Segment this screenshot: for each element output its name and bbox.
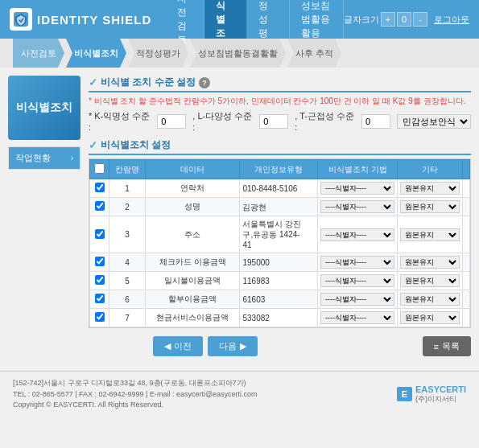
row-extra-cell	[463, 216, 470, 253]
step-3[interactable]: 성보침범활동결활활	[190, 39, 286, 68]
nav-item-1[interactable]: 비식별조치	[204, 0, 247, 39]
th-extra	[463, 160, 470, 179]
table-row: 4체크카드 이용금액195000----식별자----원본유지	[90, 253, 470, 272]
footer-logo: E EASYCERTI (주)이지서티	[397, 384, 466, 405]
th-data: 개인정보유형	[240, 160, 318, 179]
row-method-select[interactable]: 원본유지	[400, 293, 460, 306]
help-icon[interactable]: ?	[199, 77, 210, 88]
row-column-name: 일시불이용금액	[146, 272, 240, 290]
footer-address: [152-742]서울시 구로구 디지털로33길 48, 9층(구로동, 대륜프…	[13, 378, 258, 411]
row-method-cell: 원본유지	[398, 290, 463, 309]
logout-button[interactable]: 로그아웃	[434, 14, 469, 26]
row-checkbox[interactable]	[95, 257, 105, 266]
data-table: 칸람명 데이터 개인정보유형 비식별조치 기법 기타 1연락처010-8448-…	[89, 159, 470, 327]
l-label: , L-다양성 수준 :	[192, 110, 253, 132]
row-method-select[interactable]: 원본유지	[400, 228, 460, 241]
logo-area: IDENTITY SHIELD	[10, 8, 151, 31]
list-button[interactable]: ≡ 목록	[423, 336, 471, 356]
row-method-cell: 원본유지	[398, 272, 463, 290]
row-data-value: 김광현	[240, 198, 318, 216]
step-area: 사전검토 비식별조치 적정성평가 성보침범활동결활활 사후 추적	[0, 39, 479, 68]
t-input[interactable]	[361, 114, 390, 129]
prev-button[interactable]: ◀ 이전	[153, 336, 203, 356]
header-right: 글자크기 + 0 - 로그아웃	[344, 12, 469, 27]
row-extra-cell	[463, 253, 470, 272]
font-zero-button[interactable]: 0	[397, 12, 411, 27]
row-num: 4	[109, 253, 146, 272]
row-type-select[interactable]: ----식별자----	[320, 311, 394, 324]
row-data-value: 195000	[240, 253, 318, 272]
row-checkbox-cell	[90, 216, 109, 253]
row-type-cell: ----식별자----	[318, 290, 398, 309]
table-row: 5일시불이용금액116983----식별자----원본유지	[90, 272, 470, 290]
section2-title: 비식별조치 설정	[89, 138, 471, 155]
step-2[interactable]: 적정성평가	[128, 39, 188, 68]
row-method-select[interactable]: 원본유지	[400, 274, 460, 287]
step-0[interactable]: 사전검토	[13, 39, 64, 68]
th-column: 데이터	[146, 160, 240, 179]
row-extra-cell	[463, 179, 470, 198]
row-checkbox[interactable]	[95, 201, 105, 211]
row-column-name: 성명	[146, 198, 240, 216]
table-row: 2성명김광현----식별자----원본유지	[90, 198, 470, 216]
sidebar-item-label: 작업현황	[15, 152, 51, 164]
font-plus-button[interactable]: +	[381, 12, 395, 27]
row-type-cell: ----식별자----	[318, 179, 398, 198]
row-extra-cell	[463, 309, 470, 327]
select-all-checkbox[interactable]	[94, 163, 105, 174]
nav-item-3[interactable]: 성보침범활용활용	[290, 0, 344, 39]
row-column-name: 할부이용금액	[146, 290, 240, 309]
row-data-value: 서울특별시 강진구,유공동 1424-41	[240, 216, 318, 253]
sidebar: 비식별조치 작업현황 ›	[8, 76, 81, 356]
table-row: 6할부이용금액61603----식별자----원본유지	[90, 290, 470, 309]
content-area: 비식별 조치 수준 설정 ? * 비식별 조치 할 준수법적 칸람수가 5가이하…	[89, 76, 471, 356]
row-checkbox-cell	[90, 272, 109, 290]
k-label: * K-익명성 수준 :	[89, 110, 151, 132]
row-checkbox[interactable]	[95, 312, 105, 322]
data-table-wrapper: 칸람명 데이터 개인정보유형 비식별조치 기법 기타 1연락처010-8448-…	[89, 158, 471, 328]
step-1[interactable]: 비식별조치	[66, 39, 126, 68]
row-method-cell: 원본유지	[398, 253, 463, 272]
row-checkbox[interactable]	[95, 229, 105, 239]
nav-item-0[interactable]: 사전검토	[166, 0, 204, 39]
row-method-select[interactable]: 원본유지	[400, 311, 460, 324]
row-type-select[interactable]: ----식별자----	[320, 200, 394, 213]
row-extra-cell	[463, 198, 470, 216]
row-type-select[interactable]: ----식별자----	[320, 182, 394, 195]
row-method-select[interactable]: 원본유지	[400, 182, 460, 195]
row-checkbox-cell	[90, 179, 109, 198]
nav-item-2[interactable]: 적정성평가	[247, 0, 290, 39]
chevron-right-icon: ▶	[240, 341, 246, 351]
row-type-select[interactable]: ----식별자----	[320, 293, 394, 306]
sidebar-item-task-status[interactable]: 작업현황 ›	[8, 146, 81, 170]
step-4[interactable]: 사후 추적	[287, 39, 341, 68]
next-button[interactable]: 다음 ▶	[208, 336, 258, 356]
row-data-value: 533082	[240, 309, 318, 327]
font-minus-button[interactable]: -	[413, 12, 427, 27]
row-num: 5	[109, 272, 146, 290]
list-icon: ≡	[434, 342, 439, 351]
l-input[interactable]	[259, 114, 288, 129]
table-row: 7현금서비스이용금액533082----식별자----원본유지	[90, 309, 470, 327]
row-data-value: 61603	[240, 290, 318, 309]
row-checkbox[interactable]	[95, 183, 105, 192]
row-type-select[interactable]: ----식별자----	[320, 256, 394, 269]
row-checkbox[interactable]	[95, 275, 105, 285]
filter-row: * K-익명성 수준 : , L-다양성 수준 : , T-근접성 수준 : 민…	[89, 110, 471, 132]
font-size-control: 글자크기 + 0 -	[344, 12, 427, 27]
row-type-cell: ----식별자----	[318, 198, 398, 216]
row-extra-cell	[463, 272, 470, 290]
row-checkbox[interactable]	[95, 294, 105, 303]
row-type-select[interactable]: ----식별자----	[320, 228, 394, 241]
row-method-select[interactable]: 원본유지	[400, 200, 460, 213]
section1-title: 비식별 조치 수준 설정 ?	[89, 76, 471, 92]
sensitivity-select[interactable]: 민감성보안식	[397, 114, 471, 129]
header-nav: 사전검토 비식별조치 적정성평가 성보침범활용활용	[166, 0, 344, 39]
k-input[interactable]	[157, 114, 186, 129]
nav-buttons: ◀ 이전 다음 ▶	[153, 336, 258, 356]
row-method-select[interactable]: 원본유지	[400, 256, 460, 269]
chevron-right-icon: ›	[71, 154, 73, 162]
row-type-select[interactable]: ----식별자----	[320, 274, 394, 287]
table-row: 1연락처010-8448-5106----식별자----원본유지	[90, 179, 470, 198]
row-method-cell: 원본유지	[398, 179, 463, 198]
